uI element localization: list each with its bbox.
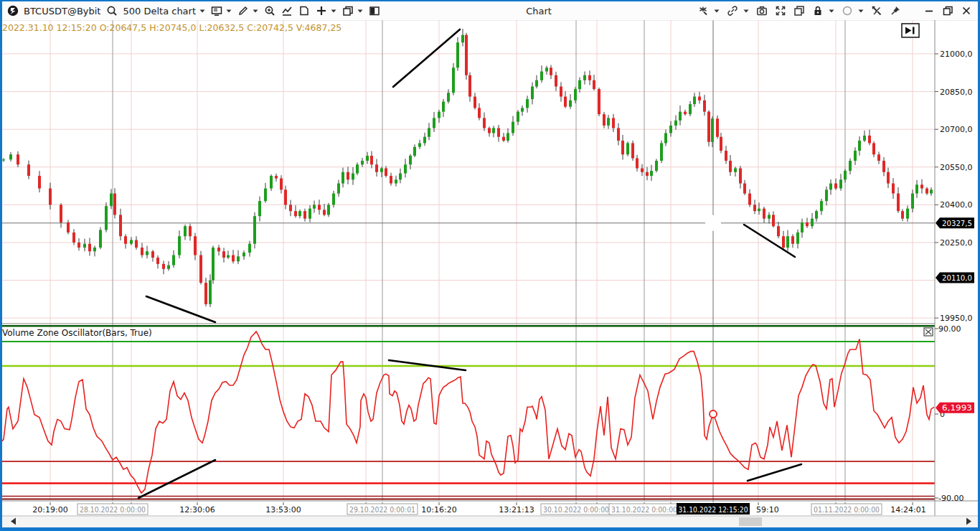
pin-icon[interactable] xyxy=(889,5,901,17)
svg-text:20700,0: 20700,0 xyxy=(940,125,973,134)
svg-text:28.10.2022 0:00:00: 28.10.2022 0:00:00 xyxy=(80,505,146,514)
time-scrollbar[interactable] xyxy=(0,517,980,527)
chart-canvas[interactable]: 21000,020850,020700,020550,020400,020250… xyxy=(0,0,980,531)
caret-icon[interactable] xyxy=(252,5,258,17)
close-icon[interactable] xyxy=(960,5,972,17)
crosshair-circle xyxy=(705,215,721,231)
svg-text:6,1993: 6,1993 xyxy=(942,403,972,413)
restore-icon[interactable] xyxy=(941,5,953,17)
svg-text:20850,0: 20850,0 xyxy=(940,88,973,97)
svg-text:19950,0: 19950,0 xyxy=(940,314,973,323)
replay-button[interactable] xyxy=(902,24,919,37)
chart-window: Chart BTCUSDT@Bybit500 Delta chart 2022.… xyxy=(0,0,980,531)
circle-icon[interactable] xyxy=(841,5,853,17)
svg-text:20110,0: 20110,0 xyxy=(942,273,972,283)
symbol-label[interactable]: BTCUSDT@Bybit xyxy=(24,6,100,17)
page-icon[interactable] xyxy=(298,5,310,17)
svg-text:30.10.2022 0:00:00: 30.10.2022 0:00:00 xyxy=(543,505,609,514)
plus-icon[interactable] xyxy=(315,5,327,17)
tools-icon[interactable] xyxy=(870,5,882,17)
svg-text:59:10: 59:10 xyxy=(756,505,779,514)
ohlc-info-text: 2022.31.10 12:15:20 O:20647,5 H:20745,0 … xyxy=(2,22,341,33)
svg-text:14:24:01: 14:24:01 xyxy=(890,505,925,514)
caret-icon[interactable] xyxy=(199,5,205,17)
svg-text:31.10.2022 12:15:20: 31.10.2022 12:15:20 xyxy=(679,505,748,514)
svg-text:13:21:13: 13:21:13 xyxy=(499,505,534,514)
caret-icon[interactable] xyxy=(225,5,232,17)
svg-text:-90.00: -90.00 xyxy=(938,494,963,503)
chart-type-label[interactable]: 500 Delta chart xyxy=(123,6,196,17)
svg-text:12:30:06: 12:30:06 xyxy=(179,505,215,514)
scroll-thumb xyxy=(739,517,762,526)
toolbar: Chart BTCUSDT@Bybit500 Delta chart xyxy=(2,1,978,20)
svg-text:01.11.2022 0:00:00: 01.11.2022 0:00:00 xyxy=(814,505,880,514)
caret-icon[interactable] xyxy=(743,5,749,17)
svg-text:21000,0: 21000,0 xyxy=(940,50,973,59)
search-icon[interactable] xyxy=(105,5,118,17)
monitor-icon[interactable] xyxy=(210,5,222,17)
svg-text:90.00: 90.00 xyxy=(938,324,961,334)
svg-text:20400,0: 20400,0 xyxy=(940,200,973,210)
wand-icon[interactable] xyxy=(697,5,709,17)
caret-icon[interactable] xyxy=(828,5,834,17)
copy-icon[interactable] xyxy=(793,5,805,17)
svg-text:29.10.2022 0:00:01: 29.10.2022 0:00:01 xyxy=(349,505,415,514)
toolbar-left-group: BTCUSDT@Bybit500 Delta chart xyxy=(2,5,380,17)
caret-icon[interactable] xyxy=(857,5,864,17)
svg-text:13:53:00: 13:53:00 xyxy=(265,505,301,514)
caret-icon[interactable] xyxy=(330,5,336,17)
caret-icon[interactable] xyxy=(713,5,720,17)
pencil-icon[interactable] xyxy=(237,5,249,17)
link-icon[interactable] xyxy=(726,5,738,17)
toolbar-right-group xyxy=(697,5,978,17)
minimize-icon[interactable] xyxy=(923,5,935,17)
indicator-label: Volume Zone Oscillator(Bars, True) xyxy=(2,328,152,338)
svg-text:20:19:00: 20:19:00 xyxy=(32,505,67,514)
vzo-point-marker xyxy=(710,410,717,418)
window-title: Chart xyxy=(526,6,552,17)
line-chart-icon[interactable] xyxy=(281,5,293,17)
camera-icon[interactable] xyxy=(755,5,768,17)
svg-text:20250,0: 20250,0 xyxy=(940,238,973,248)
layers-icon[interactable] xyxy=(341,5,354,17)
svg-text:20550,0: 20550,0 xyxy=(940,163,973,172)
caret-icon[interactable] xyxy=(357,5,363,17)
panel-icon[interactable] xyxy=(368,5,380,17)
svg-text:31.10.2022 0:00:00: 31.10.2022 0:00:00 xyxy=(611,505,677,514)
lock-icon[interactable] xyxy=(811,5,824,17)
svg-text:10:16:20: 10:16:20 xyxy=(421,505,456,514)
zoom-in-icon[interactable] xyxy=(263,5,275,17)
logo-icon[interactable] xyxy=(6,5,19,17)
svg-text:20327,5: 20327,5 xyxy=(942,219,972,228)
expand-icon[interactable] xyxy=(774,5,786,17)
